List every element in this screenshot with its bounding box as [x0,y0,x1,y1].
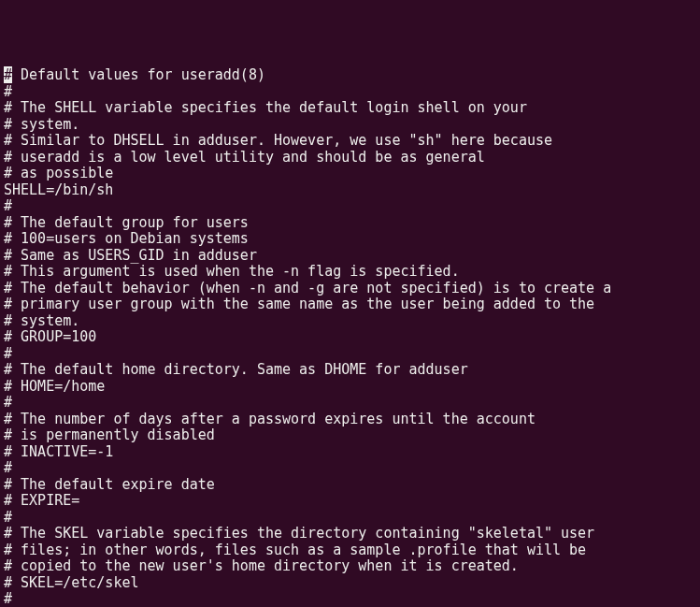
config-line: SHELL=/bin/sh [4,182,696,199]
config-line: # Similar to DHSELL in adduser. However,… [4,133,696,150]
config-line: # [4,198,696,215]
config-line: # The default home directory. Same as DH… [4,362,696,379]
config-line: # The SHELL variable specifies the defau… [4,100,696,117]
config-line: # is permanently disabled [4,427,696,444]
config-line: # SKEL=/etc/skel [4,575,696,592]
config-line: # as possible [4,166,696,182]
config-line: # [4,591,696,607]
config-line: # [4,510,696,527]
terminal-content[interactable]: # Default values for useradd(8)## The SH… [4,67,696,607]
config-line: # GROUP=100 [4,329,696,346]
config-line: # The SKEL variable specifies the direct… [4,526,696,542]
config-line: # Same as USERS_GID in adduser [4,248,696,265]
config-line: # The default expire date [4,477,696,494]
config-line: # useradd is a low level utility and sho… [4,150,696,166]
config-line: # The number of days after a password ex… [4,412,696,428]
config-line: # system. [4,313,696,330]
config-line: # EXPIRE= [4,493,696,510]
config-line: # files; in other words, files such as a… [4,542,696,559]
config-line: # [4,84,696,101]
config-line: # [4,346,696,363]
config-line: # primary user group with the same name … [4,296,696,313]
line-text: Default values for useradd(8) [12,66,265,83]
config-line: # INACTIVE=-1 [4,444,696,461]
config-line: # [4,395,696,412]
config-line: # copied to the new user's home director… [4,558,696,575]
config-line: # This argument is used when the -n flag… [4,264,696,281]
cursor: # [4,66,12,83]
config-line: # HOME=/home [4,379,696,396]
config-line: # 100=users on Debian systems [4,231,696,248]
config-line: # [4,460,696,477]
config-line: # system. [4,117,696,134]
config-line: # The default group for users [4,215,696,232]
config-line-first: # Default values for useradd(8) [4,67,696,84]
config-line: # The default behavior (when -n and -g a… [4,281,696,297]
